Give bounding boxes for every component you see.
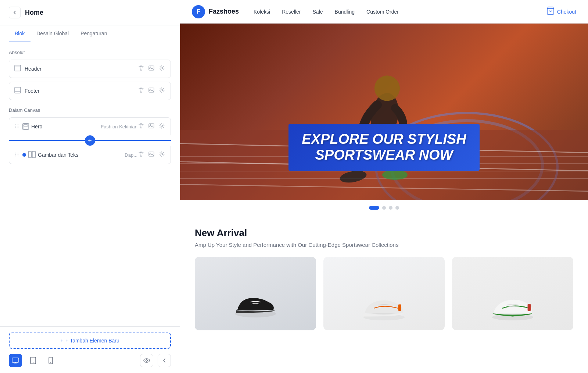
hero-text-box: EXPLORE OUR STYLISH SPORTSWEAR NOW [288, 124, 480, 171]
tab-blok[interactable]: Blok [9, 25, 31, 42]
checkout-button[interactable]: Chekout [546, 6, 576, 17]
svg-point-24 [18, 154, 18, 154]
checkout-label: Chekout [557, 9, 576, 15]
svg-point-10 [15, 124, 16, 125]
footer-block-icon [14, 87, 21, 95]
hero-dot-1[interactable] [369, 206, 379, 210]
gambar-image-icon[interactable] [148, 150, 155, 159]
nav-sale[interactable]: Sale [313, 9, 323, 15]
section-description: Amp Up Your Style and Performance with O… [195, 242, 573, 248]
footer-image-icon[interactable] [148, 86, 155, 95]
nav-custom-order[interactable]: Custom Order [366, 9, 399, 15]
header-settings-icon[interactable] [158, 64, 165, 73]
product-card-2[interactable] [323, 257, 445, 330]
gambar-delete-icon[interactable] [137, 150, 145, 159]
new-arrival-section: New Arrival Amp Up Your Style and Perfor… [180, 216, 588, 342]
desktop-button[interactable] [9, 354, 22, 367]
svg-point-15 [18, 127, 18, 128]
svg-point-47 [372, 74, 402, 103]
preview-button[interactable] [140, 354, 153, 367]
gambar-canvas-actions [137, 150, 165, 159]
footer-block[interactable]: Footer [9, 82, 171, 100]
svg-point-21 [15, 152, 16, 153]
header-block-icon [14, 65, 21, 73]
panel-bottom: + + Tambah Elemen Baru [0, 326, 180, 373]
header-delete-icon[interactable] [137, 64, 145, 73]
tab-pengaturan[interactable]: Pengaturan [75, 25, 113, 42]
brand-logo: F [192, 5, 205, 18]
mobile-button[interactable] [44, 354, 57, 367]
nav-koleksi[interactable]: Koleksi [254, 9, 270, 15]
brand: F Fazshoes [192, 5, 239, 18]
svg-rect-2 [149, 66, 154, 70]
hero-canvas-item[interactable]: Hero Fashion Kekinian [9, 117, 171, 135]
svg-point-34 [33, 362, 33, 363]
nav-bundling[interactable]: Bundling [335, 9, 355, 15]
svg-point-9 [161, 89, 163, 91]
product-grid [195, 257, 573, 330]
hero-canvas-actions [137, 122, 165, 131]
dalam-canvas-section: Dalam Canvas Hero Fashion Kekinian [9, 107, 171, 164]
add-separator[interactable]: + [9, 135, 171, 146]
svg-point-11 [18, 124, 18, 125]
svg-point-26 [18, 155, 18, 156]
add-block-button[interactable]: + [85, 135, 95, 146]
add-element-label: + Tambah Elemen Baru [65, 338, 119, 344]
svg-point-12 [15, 125, 16, 126]
gambar-canvas-name: Gambar dan Teks [38, 152, 123, 158]
tablet-button[interactable] [26, 354, 40, 367]
svg-rect-27 [29, 151, 32, 157]
preview-content: EXPLORE OUR STYLISH SPORTSWEAR NOW New A… [180, 24, 588, 373]
hero-dot-4[interactable] [395, 206, 399, 210]
hero-dot-2[interactable] [382, 206, 386, 210]
shoe-svg-1 [230, 283, 281, 327]
header-image-icon[interactable] [148, 64, 155, 73]
device-bar [9, 354, 171, 367]
hero-layout-icon [22, 123, 29, 130]
nav-links: Koleksi Reseller Sale Bundling Custom Or… [254, 9, 531, 15]
brand-name: Fazshoes [209, 8, 239, 15]
svg-point-37 [144, 359, 150, 362]
back-button[interactable] [9, 7, 21, 18]
hero-settings-icon[interactable] [158, 122, 165, 131]
svg-rect-7 [149, 88, 154, 92]
footer-block-name: Footer [25, 88, 137, 94]
svg-rect-54 [528, 304, 531, 311]
footer-delete-icon[interactable] [137, 86, 145, 95]
hero-dots [180, 200, 588, 216]
hero-canvas-subtitle: Fashion Kekinian [101, 124, 137, 129]
header-block-actions [137, 64, 165, 73]
svg-point-13 [18, 125, 18, 126]
collapse-button[interactable] [158, 354, 171, 367]
svg-point-25 [15, 155, 16, 156]
cart-icon [546, 6, 555, 17]
absolut-label: Absolut [9, 50, 171, 55]
gambar-settings-icon[interactable] [158, 150, 165, 159]
product-card-3[interactable] [452, 257, 573, 330]
svg-rect-52 [398, 305, 401, 311]
hero-title: EXPLORE OUR STYLISH SPORTSWEAR NOW [302, 131, 466, 163]
hero-delete-icon[interactable] [137, 122, 145, 131]
hero-dot-3[interactable] [389, 206, 392, 210]
dalam-canvas-label: Dalam Canvas [9, 107, 171, 113]
preview-navbar: F Fazshoes Koleksi Reseller Sale Bundlin… [180, 0, 588, 24]
gambar-canvas-item[interactable]: Gambar dan Teks Dap... [9, 146, 171, 164]
nav-reseller[interactable]: Reseller [282, 9, 301, 15]
shoe-svg-3 [487, 286, 538, 330]
tab-desain-global[interactable]: Desain Global [31, 25, 75, 42]
product-card-1[interactable] [195, 257, 316, 330]
active-indicator [22, 153, 26, 157]
add-element-button[interactable]: + + Tambah Elemen Baru [9, 333, 171, 349]
shoe-svg-2 [358, 286, 410, 330]
svg-rect-18 [149, 124, 154, 128]
header-block[interactable]: Header [9, 60, 171, 78]
svg-rect-29 [149, 152, 154, 156]
panel-title: Home [25, 9, 43, 17]
footer-settings-icon[interactable] [158, 86, 165, 95]
gambar-drag-handle [14, 152, 19, 158]
hero-canvas-name: Hero [31, 124, 99, 129]
svg-point-22 [18, 152, 18, 153]
gambar-canvas-subtitle: Dap... [125, 152, 137, 158]
hero-drag-handle [14, 124, 19, 130]
hero-image-icon[interactable] [148, 122, 155, 131]
